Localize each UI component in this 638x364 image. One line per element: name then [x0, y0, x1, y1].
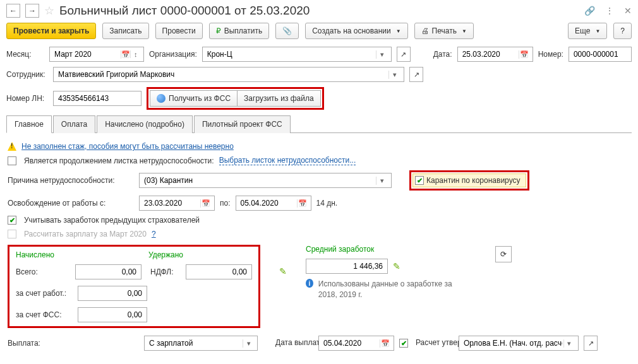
write-button[interactable]: Записать — [102, 23, 148, 39]
covid-label: Карантин по коронавирусу — [426, 176, 521, 185]
continuation-label: Является продолжением листка нетрудоспос… — [24, 156, 214, 165]
page-title: Больничный лист 0000-000001 от 25.03.202… — [59, 4, 579, 18]
continuation-checkbox[interactable] — [8, 156, 16, 165]
calendar-icon[interactable]: 📅 — [519, 50, 529, 59]
ndfl-input[interactable] — [186, 264, 252, 279]
tab-payment[interactable]: Оплата — [53, 115, 95, 133]
release-label: Освобождение от работы с: — [8, 199, 134, 208]
reason-input[interactable]: ▾ — [139, 173, 392, 188]
kebab-icon[interactable]: ⋮ — [605, 6, 614, 16]
warning-icon — [8, 142, 16, 151]
release-to-input[interactable]: 📅 — [236, 196, 311, 211]
help-button[interactable]: ? — [613, 23, 632, 39]
tab-accrued[interactable]: Начислено (подробно) — [97, 115, 193, 133]
chevron-down-icon[interactable]: ▾ — [376, 177, 388, 185]
pay-button[interactable]: ₽Выплатить — [209, 23, 270, 39]
calc-salary-checkbox — [8, 230, 16, 238]
star-icon[interactable]: ☆ — [44, 4, 54, 18]
number-input[interactable] — [569, 47, 632, 62]
calendar-icon[interactable]: 📅 — [380, 339, 390, 348]
calc-salary-label: Рассчитать зарплату за Март 2020 — [24, 230, 147, 238]
post-and-close-button[interactable]: Провести и закрыть — [6, 23, 96, 39]
avg-earnings-input[interactable] — [306, 259, 388, 274]
paydate-input[interactable]: 📅 — [318, 336, 394, 351]
post-button[interactable]: Провести — [155, 23, 203, 39]
create-based-button[interactable]: Создать на основании▼ — [305, 23, 407, 39]
calendar-icon[interactable]: 📅 — [200, 199, 211, 208]
total-label: Всего: — [16, 267, 70, 276]
info-icon: i — [306, 279, 313, 288]
reason-label: Причина нетрудоспособности: — [8, 176, 134, 185]
number-label: Номер: — [538, 50, 563, 59]
employee-input[interactable]: ▾ — [53, 67, 404, 82]
ln-label: Номер ЛН: — [6, 94, 48, 103]
covid-checkbox[interactable]: ✔ — [415, 176, 424, 185]
org-open-button[interactable]: ↗ — [397, 47, 411, 62]
approved-label: Расчет утвердил — [416, 339, 454, 347]
total-input[interactable] — [75, 264, 141, 279]
forward-button[interactable]: → — [25, 4, 39, 18]
pencil-icon[interactable]: ✎ — [393, 261, 400, 271]
employer-label: за счет работ.: — [16, 289, 73, 298]
days-label: 14 дн. — [316, 199, 338, 208]
calc-salary-help[interactable]: ? — [152, 230, 156, 238]
covid-checkbox-container[interactable]: ✔ Карантин по коронавирусу — [412, 173, 526, 187]
employee-open-button[interactable]: ↗ — [409, 67, 423, 82]
paydate-label: Дата выплаты: — [275, 339, 313, 347]
print-button[interactable]: 🖨 Печать▼ — [414, 23, 474, 39]
attach-button[interactable]: 📎 — [275, 23, 299, 39]
choose-sheet-link[interactable]: Выбрать листок нетрудоспособности... — [219, 156, 356, 165]
refresh-button[interactable]: ⟳ — [495, 246, 512, 262]
release-from-input[interactable]: 📅 — [139, 196, 215, 211]
chevron-down-icon[interactable]: ▾ — [376, 50, 388, 59]
accrued-header: Начислено — [16, 250, 148, 259]
more-button[interactable]: Еще▼ — [568, 23, 607, 39]
globe-icon — [157, 94, 166, 103]
payout-input[interactable]: ▾ — [144, 336, 258, 351]
tab-pilot[interactable]: Пилотный проект ФСС — [194, 115, 291, 133]
close-icon[interactable]: ✕ — [624, 6, 632, 16]
month-input[interactable]: 📅 ↕ — [49, 47, 144, 62]
approved-checkbox[interactable]: ✔ — [399, 339, 408, 348]
avg-earnings-header: Средний заработок — [306, 245, 470, 254]
calendar-icon[interactable]: 📅 — [297, 199, 308, 208]
org-input[interactable]: ▾ — [202, 47, 392, 62]
withheld-header: Удержано — [148, 250, 183, 259]
fss-input[interactable] — [78, 307, 147, 322]
pencil-icon[interactable]: ✎ — [279, 266, 287, 276]
calendar-icon[interactable]: 📅 — [121, 50, 131, 59]
fss-label: за счет ФСС: — [16, 310, 73, 319]
load-from-file-button[interactable]: Загрузить из файла — [238, 90, 321, 107]
link-icon[interactable]: 🔗 — [584, 6, 595, 16]
avg-info-text: Использованы данные о заработке за 2018,… — [318, 279, 470, 301]
chevron-down-icon[interactable]: ▾ — [388, 71, 400, 79]
payout-label: Выплата: — [8, 339, 45, 348]
chevron-down-icon[interactable]: ▾ — [563, 339, 575, 348]
chevron-down-icon[interactable]: ▾ — [243, 339, 254, 348]
stepper-icon[interactable]: ↕ — [130, 50, 140, 58]
employee-label: Сотрудник: — [6, 70, 48, 79]
prev-insurers-label: Учитывать заработок предыдущих страховат… — [24, 216, 200, 225]
date-label: Дата: — [433, 50, 452, 59]
to-label: по: — [220, 199, 231, 208]
month-label: Месяц: — [6, 50, 44, 59]
warning-link[interactable]: Не заполнен стаж, пособия могут быть рас… — [21, 142, 234, 151]
prev-insurers-checkbox[interactable]: ✔ — [8, 216, 16, 225]
get-from-fss-button[interactable]: Получить из ФСС — [150, 90, 238, 107]
employer-input[interactable] — [78, 286, 147, 301]
approver-open-button[interactable]: ↗ — [584, 336, 598, 351]
ndfl-label: НДФЛ: — [150, 267, 181, 276]
date-input[interactable]: 📅 — [457, 47, 533, 62]
tab-main[interactable]: Главное — [6, 115, 52, 133]
ln-input[interactable] — [53, 91, 141, 106]
back-button[interactable]: ← — [6, 4, 20, 18]
approver-input[interactable]: ▾ — [459, 336, 579, 351]
org-label: Организация: — [149, 50, 197, 59]
